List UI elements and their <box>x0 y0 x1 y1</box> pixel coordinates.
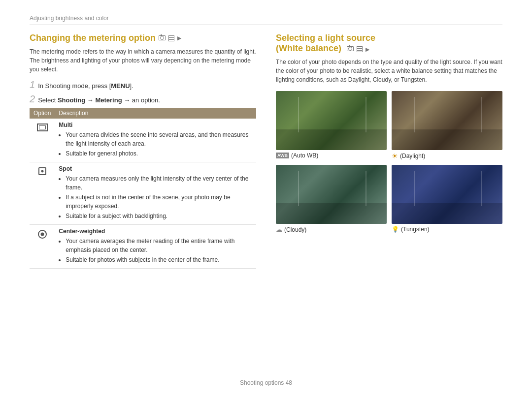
table-row-center: Center-weighted Your camera averages the… <box>30 225 256 269</box>
photo-tungsten-label: 💡 (Tungsten) <box>392 226 502 233</box>
cloud-icon: ☁ <box>276 226 282 233</box>
menu-key: MENU <box>111 82 130 90</box>
multi-bullet-1: Your camera divides the scene into sever… <box>66 130 252 148</box>
photo-tungsten-scene <box>392 165 502 224</box>
photo-daylight-label: ☀ (Daylight) <box>392 152 502 160</box>
right-title-block: Selecting a light source (White balance)… <box>276 33 375 54</box>
photo-grid: AWB (Auto WB) ☀ (Daylight) <box>276 91 502 233</box>
step-2: 2 Select Shooting → Metering → an option… <box>30 94 256 105</box>
multi-icon-cell <box>30 119 55 162</box>
photo-auto-img <box>276 91 387 150</box>
spot-bullet-3: Suitable for a subject with backlighting… <box>66 212 252 220</box>
page: Adjusting brightness and color Changing … <box>0 0 532 401</box>
photo-item-tungsten: 💡 (Tungsten) <box>392 165 502 233</box>
step-1: 1 In Shooting mode, press [MENU]. <box>30 80 256 91</box>
left-title-icons: ▶ <box>159 35 181 41</box>
center-name: Center-weighted <box>59 228 252 235</box>
right-intro-text: The color of your photo depends on the t… <box>276 58 502 84</box>
table-row-multi: Multi Your camera divides the scene into… <box>30 119 256 162</box>
center-bullet-2: Suitable for photos with subjects in the… <box>66 255 252 264</box>
grid-icon <box>168 35 174 41</box>
step-1-num: 1 <box>30 80 35 90</box>
camera-icon <box>159 35 166 40</box>
center-desc: Your camera averages the meter reading o… <box>59 237 252 264</box>
photo-auto-scene <box>276 91 387 150</box>
sun-icon: ☀ <box>392 152 398 160</box>
col-description-header: Description <box>55 108 256 119</box>
grid-icon-right <box>357 46 363 52</box>
photo-cloudy-scene <box>276 165 387 224</box>
footer-text: Shooting options 48 <box>240 379 292 386</box>
bulb-icon: 💡 <box>392 226 399 233</box>
center-icon-cell <box>30 225 55 269</box>
spot-icon-cell <box>30 162 55 225</box>
right-column: Selecting a light source (White balance)… <box>276 33 502 372</box>
multi-name: Multi <box>59 122 252 128</box>
page-footer: Shooting options 48 <box>30 377 502 386</box>
right-section-title: Selecting a light source (White balance)… <box>276 33 502 54</box>
photo-tungsten-img <box>392 165 502 224</box>
video-icon-right: ▶ <box>366 46 369 52</box>
center-icon <box>38 230 47 239</box>
step-1-text: In Shooting mode, press [MENU]. <box>38 81 133 91</box>
multi-icon <box>37 123 48 131</box>
photo-daylight-img <box>392 91 502 150</box>
step-2-num: 2 <box>30 94 35 104</box>
table-row-spot: Spot Your camera measures only the light… <box>30 162 256 225</box>
step-2-text: Select Shooting → Metering → an option. <box>38 95 160 105</box>
top-label-text: Adjusting brightness and color <box>30 15 109 22</box>
left-column: Changing the metering option ▶ The meter… <box>30 33 256 372</box>
spot-bullet-2: If a subject is not in the center of the… <box>66 193 252 211</box>
multi-desc: Your camera divides the scene into sever… <box>59 130 252 158</box>
photo-cloudy-img <box>276 165 387 224</box>
camera-icon-right <box>347 46 354 51</box>
center-bullet-1: Your camera averages the meter reading o… <box>66 237 252 254</box>
metering-bold: Metering <box>95 96 122 104</box>
top-label: Adjusting brightness and color <box>30 15 502 25</box>
left-title-text: Changing the metering option <box>30 33 156 43</box>
col-option-header: Option <box>30 108 55 119</box>
spot-icon <box>38 167 46 175</box>
photo-cloudy-label-text: (Cloudy) <box>284 226 306 233</box>
spot-desc: Your camera measures only the light inte… <box>59 174 252 220</box>
right-title-line1: Selecting a light source <box>276 33 375 43</box>
right-title-icons: ▶ <box>347 46 369 52</box>
autowb-icon: AWB <box>276 153 289 158</box>
multi-bullet-2: Suitable for general photos. <box>66 149 252 158</box>
two-col-layout: Changing the metering option ▶ The meter… <box>30 33 502 372</box>
spot-name: Spot <box>59 165 252 172</box>
photo-item-daylight: ☀ (Daylight) <box>392 91 502 160</box>
photo-auto-label-text: (Auto WB) <box>291 152 318 159</box>
photo-auto-label: AWB (Auto WB) <box>276 152 387 159</box>
photo-cloudy-label: ☁ (Cloudy) <box>276 226 387 233</box>
multi-desc-cell: Multi Your camera divides the scene into… <box>55 119 256 162</box>
left-section-title: Changing the metering option ▶ <box>30 33 256 43</box>
photo-item-cloudy: ☁ (Cloudy) <box>276 165 387 233</box>
photo-daylight-label-text: (Daylight) <box>400 153 425 159</box>
video-icon: ▶ <box>177 35 181 41</box>
right-title-line2: (White balance) ▶ <box>276 43 375 54</box>
photo-daylight-scene <box>392 91 502 150</box>
center-desc-cell: Center-weighted Your camera averages the… <box>55 225 256 269</box>
shooting-bold: Shooting <box>58 96 85 104</box>
option-table: Option Description Multi <box>30 108 256 269</box>
spot-bullet-1: Your camera measures only the light inte… <box>66 174 252 192</box>
photo-item-auto: AWB (Auto WB) <box>276 91 387 160</box>
spot-desc-cell: Spot Your camera measures only the light… <box>55 162 256 225</box>
left-intro-text: The metering mode refers to the way in w… <box>30 47 256 74</box>
photo-tungsten-label-text: (Tungsten) <box>401 226 430 233</box>
